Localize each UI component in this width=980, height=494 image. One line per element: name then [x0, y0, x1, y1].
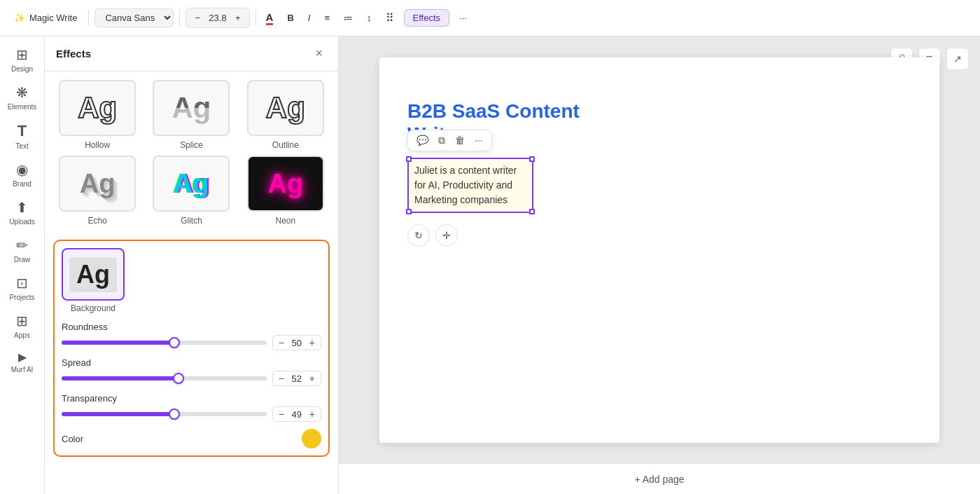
effect-item-echo[interactable]: Ag Echo	[53, 156, 141, 226]
main-layout: ⊞ Design ❋ Elements T Text ◉ Brand ⬆ Upl…	[0, 36, 980, 494]
sidebar-label-apps: Apps	[14, 331, 30, 339]
transparency-value-control: − 49 +	[272, 406, 321, 422]
roundness-thumb[interactable]	[169, 337, 180, 348]
comment-button[interactable]: 💬	[414, 133, 431, 147]
selected-effect-preview[interactable]: Ag	[62, 248, 125, 301]
spread-thumb[interactable]	[173, 373, 184, 384]
add-page-label: + Add page	[634, 474, 684, 485]
handle-bottom-left[interactable]	[406, 209, 412, 214]
neon-label: Neon	[275, 216, 295, 226]
italic-button[interactable]: I	[304, 10, 315, 26]
sidebar-item-brand[interactable]: ◉ Brand	[3, 157, 42, 192]
canvas-content: B2B SaaS Content Writer 💬 ⧉ 🗑 ···	[407, 100, 580, 213]
spread-increase[interactable]: +	[308, 373, 316, 384]
effect-item-outline[interactable]: Ag Outline	[241, 80, 330, 150]
handle-bottom-right[interactable]	[529, 209, 535, 214]
share-button[interactable]: ↗	[946, 48, 969, 70]
sidebar-item-elements[interactable]: ❋ Elements	[3, 80, 42, 115]
more-options-button[interactable]: ···	[455, 10, 471, 26]
spacing-icon: ⠿	[386, 11, 394, 25]
divider-3	[255, 10, 256, 27]
effect-preview-neon: Ag	[247, 156, 324, 212]
transparency-increase[interactable]: +	[308, 409, 316, 420]
handle-top-right[interactable]	[529, 156, 535, 162]
sidebar-item-murf-ai[interactable]: ▶ Murf AI	[3, 346, 42, 378]
transparency-slider[interactable]	[62, 412, 267, 416]
text-icon: T	[18, 122, 27, 140]
spread-track	[62, 376, 178, 380]
add-page-bar[interactable]: + Add page	[339, 463, 980, 494]
roundness-value-control: − 50 +	[272, 335, 321, 350]
sidebar-label-draw: Draw	[14, 256, 30, 263]
spacing-button[interactable]: ⠿	[382, 8, 398, 27]
bold-icon: B	[287, 13, 293, 23]
effect-preview-splice: Ag	[153, 80, 230, 136]
splice-text: Ag	[172, 91, 211, 125]
projects-icon: ⊡	[16, 275, 28, 291]
text-selection-toolbar: 💬 ⧉ 🗑 ···	[407, 130, 492, 151]
text-color-button[interactable]: A	[262, 8, 278, 28]
effect-item-glitch[interactable]: Ag Glitch	[147, 156, 235, 226]
transparency-decrease[interactable]: −	[277, 409, 286, 420]
roundness-slider[interactable]	[62, 341, 267, 345]
handle-top-left[interactable]	[406, 156, 412, 162]
sidebar-item-apps[interactable]: ⊞ Apps	[3, 308, 42, 343]
effects-grid: Ag Hollow Ag Splice Ag Outline	[45, 71, 338, 234]
effect-item-neon[interactable]: Ag Neon	[241, 156, 330, 226]
selected-effect-label: Background	[62, 303, 125, 313]
spread-control: − 52 +	[62, 371, 321, 386]
move-button[interactable]: ✛	[435, 224, 458, 247]
spread-slider[interactable]	[62, 376, 267, 380]
align-button[interactable]: ≡	[320, 10, 334, 26]
transparency-control: − 49 +	[62, 406, 321, 422]
transparency-thumb[interactable]	[169, 409, 180, 420]
text-more-button[interactable]: ···	[472, 133, 486, 147]
magic-write-icon: ✨	[14, 13, 25, 23]
spread-label: Spread	[62, 357, 321, 368]
sidebar-label-elements: Elements	[8, 103, 37, 111]
list-button[interactable]: ≔	[340, 10, 357, 26]
color-swatch[interactable]	[302, 429, 321, 448]
heading-line-1: B2B SaaS Content	[407, 100, 580, 122]
spread-decrease[interactable]: −	[277, 373, 286, 384]
roundness-label: Roundness	[62, 322, 321, 332]
effects-button[interactable]: Effects	[404, 9, 450, 27]
line-height-button[interactable]: ↕	[363, 10, 376, 26]
effect-item-splice[interactable]: Ag Splice	[147, 80, 235, 150]
delete-button[interactable]: 🗑	[452, 133, 468, 147]
glitch-label: Glitch	[181, 216, 202, 226]
font-size-control: − 23.8 +	[186, 8, 249, 28]
glitch-text: Ag	[174, 169, 209, 199]
background-preview-text: Ag	[69, 257, 117, 292]
roundness-track	[62, 341, 174, 345]
sidebar-item-draw[interactable]: ✏ Draw	[3, 233, 42, 268]
sidebar-item-text[interactable]: T Text	[3, 118, 42, 154]
roundness-increase[interactable]: +	[308, 337, 316, 348]
sidebar-item-projects[interactable]: ⊡ Projects	[3, 270, 42, 306]
design-icon: ⊞	[16, 46, 28, 63]
magic-write-button[interactable]: ✨ Magic Write	[8, 10, 83, 26]
roundness-row: Roundness − 50 +	[62, 322, 321, 350]
sidebar-item-uploads[interactable]: ⬆ Uploads	[3, 195, 42, 230]
color-label: Color	[62, 434, 83, 444]
effect-preview-echo: Ag	[59, 156, 136, 212]
font-size-decrease[interactable]: −	[190, 10, 204, 26]
roundness-decrease[interactable]: −	[277, 337, 286, 348]
effect-item-hollow[interactable]: Ag Hollow	[53, 80, 141, 150]
bold-button[interactable]: B	[283, 10, 298, 26]
text-box[interactable]: Juliet is a content writerfor AI, Produc…	[407, 158, 533, 213]
canvas-actions: ↻ ✛	[407, 224, 458, 247]
font-size-increase[interactable]: +	[231, 10, 245, 26]
elements-icon: ❋	[16, 84, 28, 101]
line-height-icon: ↕	[367, 13, 372, 23]
rotate-button[interactable]: ↻	[407, 224, 430, 247]
roundness-control: − 50 +	[62, 335, 321, 350]
font-selector[interactable]: Canva Sans	[94, 8, 174, 27]
effect-preview-hollow: Ag	[59, 80, 136, 136]
canvas-area: 🔒 ⧉ ↗ B2B SaaS Content Writer 💬 ⧉	[339, 36, 980, 494]
sidebar-item-design[interactable]: ⊞ Design	[3, 42, 42, 77]
left-sidebar: ⊞ Design ❋ Elements T Text ◉ Brand ⬆ Upl…	[0, 36, 45, 494]
copy-element-button[interactable]: ⧉	[435, 133, 448, 148]
murf-ai-icon: ▶	[18, 350, 27, 364]
close-button[interactable]: ×	[311, 45, 327, 62]
